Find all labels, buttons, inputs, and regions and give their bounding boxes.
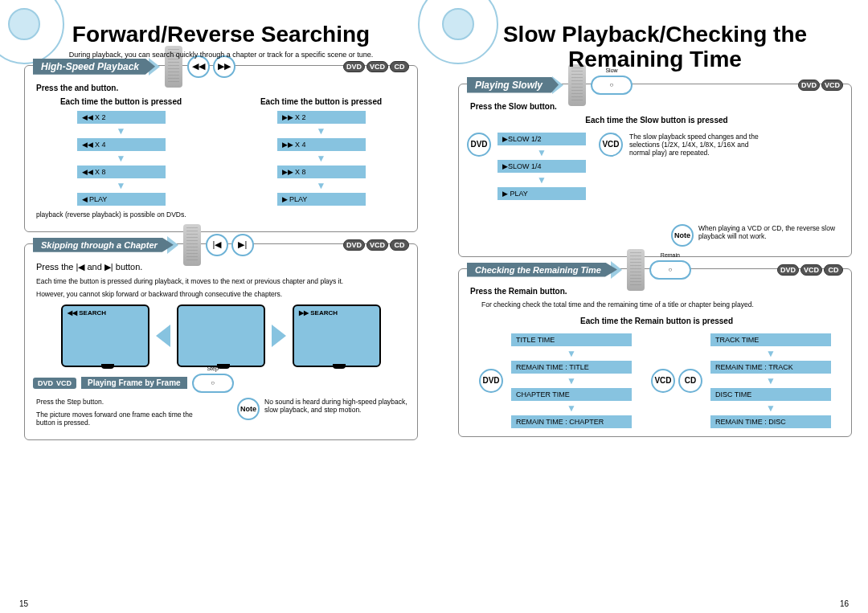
down-arrow-icon: ▼ [317,125,326,137]
dvd-disc-icon: DVD [479,369,503,393]
skip-body2: However, you cannot skip forward or back… [36,290,406,298]
panel-remain: Checking the Remaining Time Remain ○ DVD… [458,268,852,437]
frame-line2: The picture moves forward one frame each… [36,411,211,427]
banner-skip: Skipping through a Chapter [33,238,174,252]
cd-disc-icon: CD [678,369,702,393]
down-arrow-icon: ▼ [537,174,547,186]
dvd-disc-icon: DVD [467,133,491,157]
down-arrow-icon: ▼ [567,348,576,359]
down-arrow-icon: ▼ [567,403,576,414]
slow-instr: Press the Slow button. [470,102,843,111]
instruction-text: Press the and button. [36,84,409,92]
down-arrow-icon: ▼ [117,125,126,137]
page-number-left: 15 [19,599,28,608]
col-fwd-title: Each time the button is pressed [233,97,409,106]
step-oval-button-icon: ○ [192,374,234,393]
page-number-right: 16 [840,599,849,608]
down-arrow-icon: ▼ [537,147,547,158]
disc-badges: DVD VCD [798,80,843,91]
down-arrow-icon: ▼ [117,180,126,191]
disc-badges: DVD VCD CD [343,61,409,72]
remote-icon [183,224,201,266]
down-arrow-icon: ▼ [117,153,126,164]
left-arrow-icon [156,325,170,347]
page-subtitle-left: During playback, you can search quickly … [60,51,382,59]
rewind-button-icon: ◀◀ [187,55,210,78]
frame-title: Playing Frame by Frame [81,377,187,389]
frame-note: No sound is heard during high-speed play… [264,398,409,414]
remain-oval-button-icon: ○ [649,260,691,280]
down-arrow-icon: ▼ [317,180,326,191]
down-arrow-icon: ▼ [317,153,326,164]
rev-step-list: ◀◀ X 2 ▼ ◀◀ X 4 ▼ ◀◀ X 8 ▼ ◀ PLAY [33,111,209,206]
vcd-disc-icon: VCD [599,133,623,157]
banner-remain: Checking the Remaining Time [467,263,617,277]
disc-badges: DVD VCD CD [343,239,409,251]
vcd-slow-text: The slow playback speed changes and the … [629,133,766,157]
tv-screen-icon: ◀◀ SEARCH [61,304,149,367]
next-button-icon: ▶| [231,234,254,256]
panel-highspeed: High-Speed Playback ◀◀ ▶▶ DVD VCD CD Pre… [24,65,418,232]
remote-icon [627,249,645,291]
left-page: Forward/Reverse Searching During playbac… [0,0,434,613]
frame-by-frame-bar: DVD VCD Playing Frame by Frame Step ○ [33,374,409,393]
slow-oval-button-icon: ○ [591,76,633,95]
forward-button-icon: ▶▶ [213,55,235,78]
slow-sub: Each time the Slow button is pressed [470,116,843,125]
down-arrow-icon: ▼ [766,403,776,414]
right-arrow-icon [272,325,286,347]
right-page: Slow Playback/Checking the Remaining Tim… [434,0,868,613]
note-icon: Note [671,224,694,247]
vcd-disc-icon: VCD [651,369,675,393]
note-icon: Note [237,398,260,420]
page-title-right: Slow Playback/Checking the Remaining Tim… [458,22,852,72]
panel-skip: Skipping through a Chapter |◀ ▶| DVD VCD… [24,243,418,440]
disc-badges: DVD VCD CD [777,264,843,276]
down-arrow-icon: ▼ [567,375,576,386]
prev-button-icon: |◀ [206,234,228,256]
tv-screen-icon [177,304,265,367]
skip-instr: Press the |◀ and ▶| button. [36,262,409,272]
col-rev-title: Each time the button is pressed [33,97,209,106]
tv-screen-icon: ▶▶ SEARCH [293,304,381,367]
skip-body1: Each time the button is pressed during p… [36,277,406,285]
panel-slow: Playing Slowly Slow ○ DVD VCD Press the … [458,84,852,257]
remain-sub: Each time the Remain button is pressed [470,317,843,325]
down-arrow-icon: ▼ [766,375,776,386]
banner-slow: Playing Slowly [467,77,559,93]
down-arrow-icon: ▼ [766,348,776,359]
remain-body: For checking check the total time and th… [481,300,840,309]
banner-highspeed: High-Speed Playback [33,59,155,75]
slow-note: When playing a VCD or CD, the reverse sl… [698,224,843,240]
frame-line1: Press the Step button. [36,398,211,406]
fwd-step-list: ▶▶ X 2 ▼ ▶▶ X 4 ▼ ▶▶ X 8 ▼ ▶ PLAY [233,111,409,206]
highspeed-foot: playback (reverse playback) is possible … [36,210,406,219]
page-title-left: Forward/Reverse Searching [24,22,418,47]
remain-instr: Press the Remain button. [470,287,843,296]
